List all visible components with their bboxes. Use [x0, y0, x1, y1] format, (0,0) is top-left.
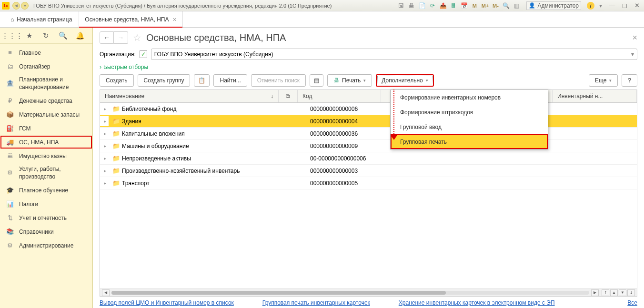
table-row[interactable]: ▸📁Машины и оборудование000000000000009 [100, 140, 637, 152]
page-close-icon[interactable]: × [632, 33, 637, 43]
tab-label: Основные средства, НМА, НПА [85, 16, 169, 23]
nav-forward-button[interactable]: → [114, 31, 128, 44]
sidebar-item-taxes[interactable]: 📊Налоги [0, 197, 92, 211]
scroll-track[interactable] [111, 291, 589, 295]
folder-icon: 📁 [109, 152, 118, 164]
taxes-icon: 📊 [6, 200, 14, 208]
find-button[interactable]: Найти... [213, 74, 247, 87]
info-icon[interactable]: i [587, 2, 594, 10]
tab-close-icon[interactable]: × [172, 16, 176, 23]
list-bottom-icon[interactable]: ⤓ [627, 289, 635, 296]
user-badge[interactable]: 👤 Администратор [526, 1, 581, 10]
expand-icon[interactable]: ▸ [100, 166, 109, 176]
more-button[interactable]: Еще▾ [589, 74, 618, 87]
sidebar-label: Справочники [19, 229, 54, 235]
expand-icon[interactable]: ▸ [100, 153, 109, 163]
zoom-icon[interactable]: 🔍 [502, 1, 510, 10]
org-select[interactable]: ГОБУ ВПО Университет искусств (Субсидия)… [151, 49, 637, 60]
info-dropdown-icon[interactable]: ▾ [596, 1, 605, 10]
history-icon[interactable]: ↻ [41, 31, 51, 40]
expand-icon[interactable]: ▸ [100, 104, 109, 114]
sidebar-item-refs[interactable]: 📚Справочники [0, 225, 92, 238]
calc-icon[interactable]: 🖩 [449, 1, 458, 10]
sidebar-item-gsm[interactable]: ⛽ГСМ [0, 121, 92, 135]
table-row[interactable]: ▸📁Капитальные вложения000000000000036 [100, 128, 637, 140]
sidebar-item-admin[interactable]: ⚙Администрирование [0, 238, 92, 252]
dropdown-item-group-print[interactable]: Групповая печать [391, 134, 548, 149]
footer-link-group-print[interactable]: Групповая печать инвентарных карточек [262, 299, 370, 306]
send-icon[interactable]: 📤 [439, 1, 447, 10]
quick-filters-toggle[interactable]: › Быстрые отборы [100, 64, 637, 70]
list-down-icon[interactable]: ▼ [619, 289, 626, 296]
nav-back-button[interactable]: ← [100, 31, 114, 44]
th-name[interactable]: Наименование↓ [100, 90, 279, 102]
table-row[interactable]: ▸📁Непроизведенные активы00-0000000000000… [100, 152, 637, 165]
grid-icon[interactable]: ⋮⋮⋮ [8, 31, 17, 40]
sidebar-item-organizer[interactable]: 🗂Органайзер [0, 60, 92, 73]
nav-dropdown-icon[interactable]: ▾ [21, 2, 29, 10]
cancel-search-button[interactable]: Отменить поиск [251, 74, 306, 87]
dropdown-item-group-input[interactable]: Групповой ввод [391, 119, 548, 134]
create-group-button[interactable]: Создать группу [138, 74, 191, 87]
list-top-icon[interactable]: ⤒ [602, 289, 609, 296]
sidebar-item-materials[interactable]: 📦Материальные запасы [0, 108, 92, 121]
org-checkbox[interactable]: ✓ [140, 50, 147, 58]
sidebar-item-treasury[interactable]: 🏛Имущество казны [0, 149, 92, 163]
close-window-button[interactable]: ✕ [632, 2, 642, 10]
tab-active[interactable]: Основные средства, НМА, НПА × [79, 11, 182, 27]
m-plus-icon[interactable]: M+ [481, 1, 489, 10]
star-icon[interactable]: ★ [24, 31, 34, 40]
th-duplicate[interactable]: ⧉ [279, 90, 298, 102]
footer-link-fields[interactable]: Вывод полей ЦМО и Инвентарный номер в сп… [100, 299, 234, 306]
sidebar-item-os[interactable]: 🚚ОС, НМА, НПА [0, 135, 92, 149]
sync-icon[interactable]: ⟳ [428, 1, 437, 10]
home-tab[interactable]: ⌂ Начальная страница [4, 11, 79, 27]
window-title: ГОБУ ВПО Университет искусств (Субсидия)… [33, 3, 332, 9]
table-row[interactable]: ▸📁Библиотечный фонд000000000000006 [100, 103, 637, 115]
table: Наименование↓ ⧉ Код Инвентарный н... ▸📁Б… [100, 89, 637, 297]
scrollbar-horizontal[interactable]: ◀ ▶ ⤒ ▲ ▼ ⤓ [100, 288, 637, 296]
help-button[interactable]: ? [622, 74, 637, 87]
dropdown-item-inv-numbers[interactable]: Формирование инвентарных номеров [391, 90, 548, 105]
calendar-icon[interactable]: 📅 [460, 1, 468, 10]
create-button[interactable]: Создать [100, 74, 134, 87]
footer-link-storage[interactable]: Хранение инвентарных карточек в электрон… [399, 299, 555, 306]
panels-icon[interactable]: ▥ [512, 1, 521, 10]
nav-back-icon[interactable]: ◄ [12, 2, 20, 10]
table-row[interactable]: ▸📁Транспорт000000000000005 [100, 177, 637, 189]
th-code[interactable]: Код [298, 90, 381, 102]
expand-icon[interactable]: ▸ [100, 178, 109, 188]
bell-icon[interactable]: 🔔 [75, 31, 85, 40]
expand-icon[interactable]: ▸ [100, 141, 109, 151]
print-icon[interactable]: 🖶 [407, 1, 416, 10]
save-icon[interactable]: 🖫 [397, 1, 405, 10]
table-row[interactable]: ▸📁Здания000000000000004 [100, 115, 637, 128]
sidebar-item-planning[interactable]: 🏦Планирование и санкционирование [0, 73, 92, 94]
sidebar-item-education[interactable]: 🎓Платное обучение [0, 183, 92, 197]
print-button[interactable]: 🖶Печать▾ [327, 74, 372, 87]
scroll-thumb[interactable] [111, 291, 446, 295]
scroll-right-icon[interactable]: ▶ [591, 289, 599, 296]
scroll-left-icon[interactable]: ◀ [102, 289, 110, 296]
dropdown-item-barcodes[interactable]: Формирование штрихкодов [391, 105, 548, 119]
search-icon[interactable]: 🔍 [59, 31, 68, 40]
list-up-icon[interactable]: ▲ [610, 289, 618, 296]
doc-icon[interactable]: 📄 [418, 1, 426, 10]
sidebar-item-main[interactable]: ≡Главное [0, 46, 92, 60]
sidebar-item-reports[interactable]: ⇅Учет и отчетность [0, 211, 92, 225]
sidebar-item-money[interactable]: ₽Денежные средства [0, 94, 92, 108]
expand-icon[interactable]: ▸ [100, 129, 109, 139]
th-inv[interactable]: Инвентарный н... [553, 90, 637, 102]
minimize-button[interactable]: — [607, 2, 617, 10]
maximize-button[interactable]: ◻ [619, 2, 630, 10]
copy-button[interactable]: 📋 [194, 74, 210, 87]
m-minus-icon[interactable]: M- [491, 1, 500, 10]
list-mode-button[interactable]: ▤ [310, 74, 323, 87]
table-row[interactable]: ▸📁Производственно-хозяйственный инвентар… [100, 165, 637, 177]
favorite-star-icon[interactable]: ☆ [133, 32, 141, 43]
expand-icon[interactable]: ▸ [100, 116, 109, 126]
additional-button[interactable]: Дополнительно▾ [376, 74, 433, 87]
footer-link-all[interactable]: Все [627, 299, 637, 306]
sidebar-item-services[interactable]: ⚙Услуги, работы, производство [0, 163, 92, 183]
m-icon[interactable]: M [470, 1, 479, 10]
